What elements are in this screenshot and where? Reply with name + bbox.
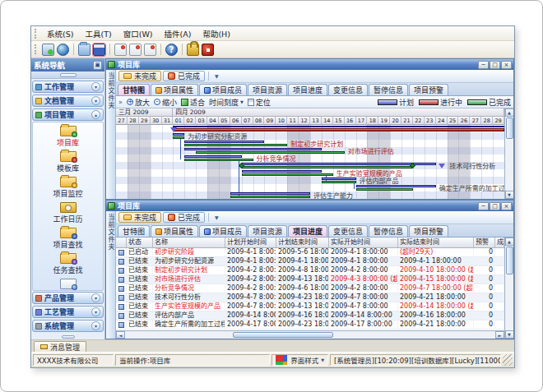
table-row[interactable]: 已结束为初步研究分配资源2009-4-1 8:00:002009-4-1 18:…	[116, 257, 504, 266]
plan-bar[interactable]	[356, 185, 436, 187]
filter-button-0[interactable]: 未完成	[118, 212, 161, 223]
column-header-6[interactable]: 预警	[474, 238, 495, 247]
scroll-thumb[interactable]	[506, 118, 513, 139]
sidebar-footer-button[interactable]	[62, 335, 75, 339]
gantt-chart[interactable]: 三月 2009四月 200927282930310102030405060708…	[116, 108, 504, 199]
tab-4[interactable]: 项目进度	[288, 84, 327, 95]
monitor-icon[interactable]	[42, 44, 54, 56]
column-header-5[interactable]: 实际结束时间	[398, 238, 474, 247]
plan-bar[interactable]	[184, 155, 241, 158]
scroll-thumb[interactable]	[506, 247, 513, 274]
completed-bar[interactable]	[196, 151, 344, 154]
scroll-down-icon[interactable]: ▼	[505, 191, 514, 199]
table-row[interactable]: 已结束生产实验室规模的产品2009-4-7 8:00:002009-4-13 1…	[116, 302, 504, 311]
table-row[interactable]: 已结束制定初步研究计划2009-4-2 8:00:002009-4-8 18:0…	[116, 266, 504, 275]
column-header-icon[interactable]	[116, 238, 127, 247]
column-header-0[interactable]: 状态	[127, 238, 153, 247]
scroll-right-icon[interactable]: ►	[495, 331, 504, 339]
minimize-button[interactable]: ─	[478, 202, 489, 210]
more-filters-icon[interactable]: ▼	[212, 73, 221, 79]
horizontal-scrollbar[interactable]: ◄ ►	[116, 330, 504, 339]
menu-item-2[interactable]: 窗口(W)	[118, 27, 159, 40]
group-toggle-icon[interactable]: ▾	[91, 96, 100, 105]
gantt-vertical-scrollbar[interactable]: ▲ ▼	[504, 108, 513, 199]
tab-1[interactable]: 项目属性	[151, 84, 198, 95]
mail-new-icon[interactable]	[114, 44, 127, 56]
message-management-tab[interactable]: 消息管理	[34, 341, 86, 352]
sidebar-item-6[interactable]: 项目文档查找	[33, 277, 103, 291]
group-toggle-icon[interactable]: ▾	[91, 82, 100, 91]
column-header-7[interactable]: 成	[495, 238, 504, 247]
scroll-up-icon[interactable]: ▲	[505, 108, 514, 117]
plan-bar[interactable]	[242, 163, 436, 165]
tab-6[interactable]: 暂停信息	[369, 84, 408, 95]
sidebar-item-5[interactable]: 任务查找	[33, 251, 103, 277]
column-header-1[interactable]: 名称	[153, 238, 225, 247]
group-toggle-icon[interactable]: ▾	[91, 321, 100, 330]
table-row[interactable]: 已结束技术可行性分析2009-4-7 8:00:002009-4-23 18:0…	[116, 293, 504, 302]
folder-icon[interactable]	[78, 44, 90, 56]
sidebar-group-4[interactable]: 工艺管理▾	[32, 306, 104, 318]
exit-icon[interactable]	[202, 44, 214, 56]
group-toggle-icon[interactable]: ▾	[91, 307, 100, 316]
help-icon[interactable]: ?	[165, 44, 178, 56]
sidebar-item-2[interactable]: 项目监控	[33, 175, 103, 201]
tab-1[interactable]: 项目属性	[151, 225, 198, 237]
scroll-up-icon[interactable]: ▲	[505, 238, 514, 246]
tab-2[interactable]: 项目成员	[199, 225, 247, 237]
table-row[interactable]: 已启动初步研究阶段2009-4-1 8:00:002009-5-6 18:00:…	[116, 248, 504, 257]
column-header-2[interactable]: 计划开始时间	[225, 238, 276, 247]
mail-delete-icon[interactable]	[144, 44, 156, 56]
completed-bar[interactable]	[356, 188, 413, 191]
time-scale-button[interactable]: 时间刻度▼	[209, 97, 244, 108]
mail-verify-icon[interactable]	[129, 44, 142, 56]
completed-bar[interactable]	[230, 196, 310, 198]
sidebar-item-3[interactable]: 工作日历	[33, 201, 103, 226]
tab-5[interactable]: 变更信息	[328, 225, 368, 237]
plan-bar[interactable]	[230, 192, 310, 195]
tab-3[interactable]: 项目资源	[248, 84, 287, 95]
more-filters-icon[interactable]: ▼	[212, 214, 221, 220]
table-vertical-scrollbar[interactable]: ▲ ▼	[504, 238, 513, 339]
completed-bar[interactable]	[184, 159, 253, 161]
inprogress-bar[interactable]	[173, 128, 504, 131]
tab-7[interactable]: 项目预警	[409, 225, 448, 237]
close-button[interactable]: ×	[501, 61, 512, 69]
sidebar-pin-icon[interactable]: ▣	[93, 61, 102, 70]
plan-bar[interactable]	[173, 126, 504, 127]
gantt-panel-titlebar[interactable]: 项目库 ─ □ ×	[106, 59, 513, 70]
tab-5[interactable]: 变更信息	[328, 84, 368, 95]
plan-bar[interactable]	[242, 170, 322, 173]
minimize-button[interactable]: ─	[478, 61, 489, 69]
fit-button[interactable]: 适合	[181, 97, 205, 108]
resize-grip[interactable]	[503, 354, 513, 366]
maximize-button[interactable]: □	[490, 202, 500, 210]
group-toggle-icon[interactable]: ▴	[91, 110, 100, 119]
menu-item-4[interactable]: 帮助(H)	[197, 27, 236, 40]
table-row[interactable]: 已结束确定生产所需的加工过程2009-4-17 8:00:002009-4-23…	[116, 321, 504, 330]
scroll-thumb[interactable]	[233, 332, 334, 338]
plan-bar[interactable]	[322, 178, 356, 180]
plan-bar[interactable]	[184, 148, 322, 150]
tab-0[interactable]: 甘特图	[118, 84, 150, 95]
locate-button[interactable]: 定位	[248, 97, 271, 108]
filter-button-1[interactable]: 已完成	[163, 71, 205, 81]
tab-2[interactable]: 项目成员	[199, 84, 247, 95]
tab-4[interactable]: 项目进度	[288, 225, 327, 237]
close-button[interactable]: ×	[501, 202, 512, 210]
toolbar-overflow-icon[interactable]: »	[118, 99, 123, 106]
sidebar-item-1[interactable]: 模板库	[33, 150, 103, 175]
tab-3[interactable]: 项目资源	[248, 225, 287, 237]
plan-bar[interactable]	[173, 133, 184, 136]
tab-7[interactable]: 项目预警	[409, 84, 448, 95]
interface-style-button[interactable]: 界面样式 ▼	[272, 354, 328, 366]
zoom-out-button[interactable]: 缩小	[154, 97, 177, 108]
save-icon[interactable]	[93, 44, 105, 56]
filter-button-1[interactable]: 已完成	[163, 212, 205, 223]
completed-bar[interactable]	[242, 173, 333, 176]
table-row[interactable]: 已结束对市场进行评估2009-4-2 8:00:002009-4-13 18:0…	[116, 275, 504, 284]
zoom-in-button[interactable]: 放大	[127, 97, 150, 108]
sidebar-item-4[interactable]: 项目查找	[33, 226, 103, 251]
scroll-left-icon[interactable]: ◄	[116, 331, 125, 339]
sidebar-item-0[interactable]: 项目库	[33, 124, 103, 150]
